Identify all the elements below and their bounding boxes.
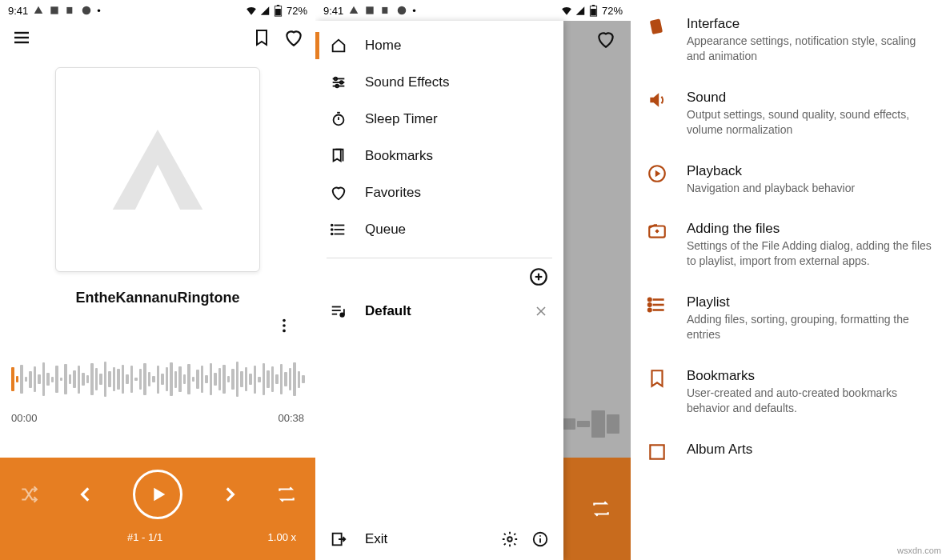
drawer-item-label: Home: [365, 38, 401, 54]
notif-icon: [396, 5, 407, 16]
svg-rect-22: [591, 9, 597, 15]
queue-icon: [330, 221, 347, 238]
settings-title: Playlist: [687, 294, 932, 310]
favorite-icon[interactable]: [282, 26, 306, 50]
drawer-item-sound-effects[interactable]: Sound Effects: [315, 64, 563, 101]
more-icon[interactable]: [272, 314, 296, 338]
panel-drawer: 9:41 • 72% HomeSound EffectsSleep TimerB…: [315, 0, 631, 560]
shuffle-button[interactable]: [18, 484, 39, 505]
svg-point-3: [82, 6, 91, 15]
notif-icon: [364, 5, 375, 16]
wifi-icon: [561, 5, 572, 16]
album-art: [55, 67, 260, 272]
waveform[interactable]: [11, 351, 304, 407]
svg-point-14: [283, 330, 286, 333]
battery-icon: [273, 5, 284, 16]
notif-icon: [380, 5, 391, 16]
svg-point-37: [331, 234, 333, 235]
settings-item-interface[interactable]: InterfaceAppearance settings, notificati…: [631, 3, 946, 77]
drawer-item-label: Sound Effects: [365, 74, 450, 90]
settings-title: Bookmarks: [687, 368, 932, 384]
drawer-item-favorites[interactable]: Favorites: [315, 174, 563, 211]
repeat-button[interactable]: [276, 484, 297, 505]
settings-item-bookmarks[interactable]: BookmarksUser-created and auto-created b…: [631, 355, 946, 429]
svg-marker-0: [34, 6, 43, 14]
settings-item-adding-the-files[interactable]: Adding the filesSettings of the File Add…: [631, 208, 946, 282]
drawer-item-home[interactable]: Home: [315, 27, 563, 64]
svg-point-19: [398, 6, 407, 15]
svg-point-64: [648, 309, 651, 311]
sound-effects-icon: [330, 74, 347, 91]
status-bar: 9:41 • 72%: [0, 0, 315, 21]
svg-rect-53: [650, 18, 663, 34]
svg-marker-55: [655, 170, 661, 177]
playback-controls: . #1 - 1/1 1.00 x: [0, 458, 315, 560]
svg-point-12: [283, 319, 286, 322]
settings-icon: [645, 163, 669, 187]
playlist-item[interactable]: Default: [315, 292, 563, 330]
signal-icon: [259, 5, 271, 16]
time-total: 00:38: [278, 412, 304, 424]
settings-icon: [645, 442, 669, 466]
settings-title: Sound: [687, 90, 932, 106]
next-button[interactable]: [219, 484, 240, 505]
home-icon: [330, 37, 347, 54]
svg-point-36: [331, 229, 333, 230]
notif-icon: [33, 5, 44, 16]
notif-more-icon: •: [97, 5, 101, 17]
exit-icon[interactable]: [330, 530, 347, 548]
settings-title: Album Arts: [687, 442, 752, 458]
drawer-item-label: Bookmarks: [365, 148, 433, 164]
navigation-drawer: HomeSound EffectsSleep TimerBookmarksFav…: [315, 21, 563, 560]
bookmark-icon[interactable]: [250, 26, 274, 50]
drawer-item-label: Queue: [365, 222, 406, 238]
playback-speed[interactable]: 1.00 x: [268, 531, 296, 543]
settings-title: Interface: [687, 16, 932, 32]
drawer-item-queue[interactable]: Queue: [315, 211, 563, 248]
settings-desc: Adding files, sorting, grouping, formatt…: [687, 312, 932, 342]
svg-point-13: [283, 324, 286, 327]
queue-position[interactable]: #1 - 1/1: [127, 531, 162, 543]
svg-rect-2: [67, 7, 73, 14]
favorites-icon: [330, 184, 347, 202]
info-icon[interactable]: [531, 530, 549, 548]
settings-item-playlist[interactable]: PlaylistAdding files, sorting, grouping,…: [631, 282, 946, 355]
hamburger-icon[interactable]: [10, 26, 34, 50]
battery-icon: [588, 5, 599, 16]
sleep-timer-icon: [330, 110, 347, 128]
add-playlist-button[interactable]: [528, 266, 549, 287]
svg-marker-15: [154, 488, 165, 501]
svg-point-49: [507, 537, 512, 542]
app-bar: [0, 21, 315, 54]
settings-desc: Settings of the File Adding dialog, addi…: [687, 238, 932, 269]
settings-item-sound[interactable]: SoundOutput settings, sound quality, sou…: [631, 77, 946, 150]
wifi-icon: [246, 5, 257, 16]
time-elapsed: 00:00: [11, 412, 38, 424]
prev-button[interactable]: [75, 484, 96, 505]
settings-icon: [645, 221, 669, 245]
watermark: wsxdn.com: [897, 546, 941, 555]
settings-desc: Appearance settings, notification style,…: [687, 34, 932, 64]
drawer-item-label: Favorites: [365, 185, 421, 201]
settings-desc: Navigation and playback behavior: [687, 181, 855, 196]
notif-icon: [348, 5, 359, 16]
favorite-icon: [595, 29, 616, 50]
settings-icon[interactable]: [501, 530, 519, 548]
settings-desc: Output settings, sound quality, sound ef…: [687, 107, 932, 138]
settings-title: Playback: [687, 163, 855, 179]
svg-rect-21: [592, 5, 595, 6]
svg-point-52: [539, 535, 541, 537]
play-button[interactable]: [133, 470, 182, 519]
settings-item-playback[interactable]: PlaybackNavigation and playback behavior: [631, 150, 946, 209]
settings-icon: [645, 294, 669, 318]
playlist-icon: [330, 302, 347, 320]
drawer-item-label: Sleep Timer: [365, 111, 438, 127]
notif-icon: [65, 5, 76, 16]
panel-settings: InterfaceAppearance settings, notificati…: [631, 0, 946, 560]
close-icon[interactable]: [533, 303, 549, 319]
track-title: EntheKannanuRingtone: [0, 290, 315, 306]
settings-item-album-arts[interactable]: Album Arts: [631, 429, 946, 478]
drawer-item-bookmarks[interactable]: Bookmarks: [315, 138, 563, 174]
drawer-item-sleep-timer[interactable]: Sleep Timer: [315, 101, 563, 138]
exit-label[interactable]: Exit: [365, 531, 387, 547]
